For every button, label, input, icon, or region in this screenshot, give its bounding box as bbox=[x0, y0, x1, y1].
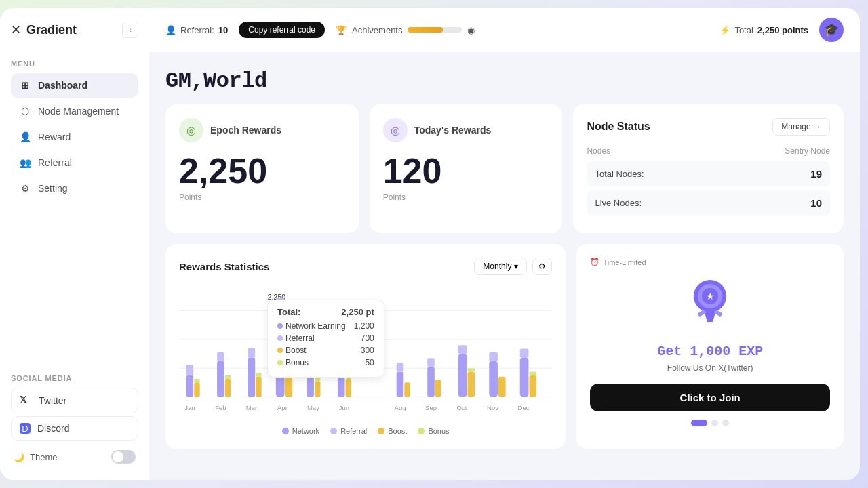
sidebar-logo: ✕ Gradient ‹ bbox=[11, 22, 138, 38]
svg-text:Oct: Oct bbox=[457, 404, 467, 411]
menu-label: MENU bbox=[11, 60, 138, 68]
chart-header: Rewards Statistics Monthly ▾ ⚙ bbox=[179, 258, 552, 275]
theme-toggle[interactable] bbox=[111, 450, 136, 464]
page-content: GM,World ◎ Epoch Rewards 2,250 Points bbox=[149, 52, 860, 480]
sentry-col-label: Sentry Node bbox=[785, 146, 830, 156]
svg-rect-24 bbox=[315, 378, 320, 381]
svg-text:★: ★ bbox=[706, 291, 715, 302]
svg-rect-38 bbox=[467, 368, 475, 371]
monthly-dropdown[interactable]: Monthly ▾ bbox=[474, 258, 527, 275]
chart-area: 2,250 bbox=[179, 286, 552, 422]
tooltip-referral: Referral 700 bbox=[277, 333, 374, 343]
filter-button[interactable]: ⚙ bbox=[532, 258, 552, 275]
promo-pagination bbox=[691, 420, 729, 426]
chart-tooltip: Total: 2,250 pt Network Earning 1,200 bbox=[267, 300, 384, 378]
promo-subtitle: Follow Us On X(Twitter) bbox=[667, 363, 753, 373]
tooltip-total-label: Total: bbox=[277, 307, 300, 317]
legend-boost-label: Boost bbox=[388, 427, 407, 435]
sidebar-item-label: Node Management bbox=[38, 106, 119, 117]
svg-rect-33 bbox=[427, 358, 435, 367]
node-status-header: Node Status Manage → bbox=[587, 118, 830, 136]
rewards-statistics-card: Rewards Statistics Monthly ▾ ⚙ bbox=[165, 244, 566, 449]
sidebar-item-setting[interactable]: ⚙ Setting bbox=[11, 176, 138, 201]
svg-rect-36 bbox=[458, 345, 467, 354]
todays-rewards-label: Points bbox=[383, 192, 549, 202]
sidebar-item-dashboard[interactable]: ⊞ Dashboard bbox=[11, 73, 138, 98]
svg-rect-5 bbox=[186, 365, 194, 375]
network-dot bbox=[277, 323, 283, 329]
sidebar-item-reward[interactable]: 👤 Reward bbox=[11, 125, 138, 149]
svg-text:Jun: Jun bbox=[339, 404, 349, 411]
dashboard-icon: ⊞ bbox=[19, 79, 31, 92]
tooltip-boost-label: Boost bbox=[285, 346, 307, 355]
svg-text:Nov: Nov bbox=[487, 404, 498, 411]
user-avatar[interactable]: 🎓 bbox=[819, 18, 844, 42]
achievements-section: 🏆 Achivements ◉ bbox=[336, 25, 475, 35]
setting-icon: ⚙ bbox=[19, 182, 31, 195]
sidebar-item-referral[interactable]: 👥 Referral bbox=[11, 150, 138, 175]
svg-rect-12 bbox=[248, 357, 256, 396]
total-points-section: ⚡ Total 2,250 points bbox=[719, 25, 808, 35]
epoch-rewards-value: 2,250 bbox=[179, 153, 345, 188]
live-nodes-row: Live Nodes: 10 bbox=[587, 190, 830, 216]
chart-controls: Monthly ▾ ⚙ bbox=[474, 258, 552, 275]
svg-text:Sep: Sep bbox=[425, 404, 437, 411]
tooltip-network-value: 1,200 bbox=[354, 321, 374, 331]
promo-dot-2[interactable] bbox=[711, 420, 718, 426]
node-status-title: Node Status bbox=[587, 121, 650, 133]
promo-dot-1[interactable] bbox=[691, 420, 707, 426]
manage-button[interactable]: Manage → bbox=[772, 118, 830, 136]
svg-rect-37 bbox=[467, 371, 475, 396]
copy-referral-button[interactable]: Copy referral code bbox=[239, 22, 325, 38]
promo-dot-3[interactable] bbox=[722, 420, 729, 426]
svg-rect-45 bbox=[530, 371, 537, 375]
tooltip-network-label: Network Earning bbox=[285, 321, 346, 331]
svg-rect-10 bbox=[225, 379, 231, 396]
cards-row: ◎ Epoch Rewards 2,250 Points ◎ Today's R… bbox=[165, 104, 844, 233]
bonus-dot bbox=[277, 360, 283, 365]
time-limited-label: Time-Limited bbox=[603, 258, 646, 266]
total-points-value: 2,250 points bbox=[757, 25, 808, 35]
sidebar-item-node-management[interactable]: ⬡ Node Management bbox=[11, 99, 138, 123]
referral-dot bbox=[277, 336, 283, 341]
svg-rect-6 bbox=[194, 382, 199, 396]
svg-rect-11 bbox=[225, 375, 231, 379]
legend-network: Network bbox=[282, 427, 319, 435]
join-button[interactable]: Click to Join bbox=[590, 384, 830, 411]
epoch-rewards-icon: ◎ bbox=[179, 118, 203, 142]
svg-rect-34 bbox=[435, 380, 441, 396]
sidebar-item-label: Reward bbox=[38, 131, 71, 142]
referral-section: 👤 Referral: 10 bbox=[165, 25, 228, 35]
legend-boost: Boost bbox=[378, 427, 407, 435]
tooltip-total: Total: 2,250 pt bbox=[277, 307, 374, 317]
svg-rect-4 bbox=[186, 375, 194, 397]
node-status-card: Node Status Manage → Nodes Sentry Node T… bbox=[573, 104, 844, 233]
node-sub-header: Nodes Sentry Node bbox=[587, 146, 830, 156]
chart-legend: Network Referral Boost bbox=[179, 427, 552, 435]
live-nodes-value: 10 bbox=[810, 197, 822, 209]
monthly-label: Monthly bbox=[483, 262, 511, 271]
total-nodes-row: Total Nodes: 19 bbox=[587, 161, 830, 186]
promo-title: Get 1,000 EXP bbox=[657, 344, 763, 359]
tooltip-boost-value: 300 bbox=[361, 346, 374, 355]
total-label: Total bbox=[734, 25, 753, 35]
clock-icon: ⏰ bbox=[590, 258, 599, 266]
collapse-button[interactable]: ‹ bbox=[122, 22, 138, 38]
todays-rewards-icon: ◎ bbox=[383, 118, 408, 142]
points-icon: ⚡ bbox=[719, 25, 730, 35]
svg-text:Aug: Aug bbox=[395, 404, 406, 411]
achievements-end-icon: ◉ bbox=[467, 25, 475, 35]
tooltip-bonus: Bonus 50 bbox=[277, 358, 374, 367]
svg-rect-35 bbox=[458, 354, 467, 397]
theme-moon-icon: 🌙 bbox=[14, 452, 24, 462]
total-nodes-label: Total Nodes: bbox=[595, 169, 644, 179]
svg-rect-29 bbox=[397, 371, 404, 396]
svg-text:Apr: Apr bbox=[277, 404, 288, 411]
social-item-twitter[interactable]: 𝕏 Twitter bbox=[11, 388, 138, 413]
filter-icon: ⚙ bbox=[538, 262, 546, 271]
svg-rect-8 bbox=[217, 361, 224, 397]
todays-rewards-header: ◎ Today's Rewards bbox=[383, 118, 549, 142]
social-item-label: Discord bbox=[37, 423, 69, 434]
social-item-discord[interactable]: D Discord bbox=[11, 416, 138, 441]
promo-card: ⏰ Time-Limited ★ bbox=[576, 244, 844, 449]
